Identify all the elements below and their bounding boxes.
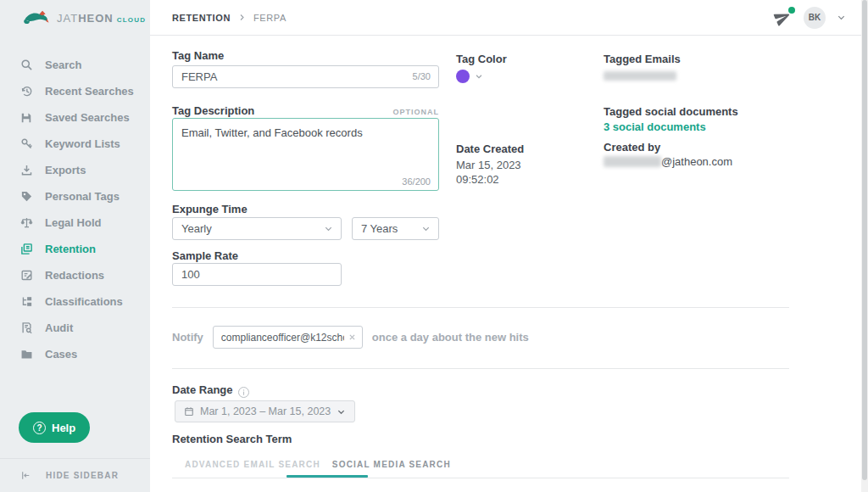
sidebar-item-cases[interactable]: Cases [0,341,150,367]
expunge-period-select[interactable]: Yearly [172,217,342,240]
sidebar-item-label: Keyword Lists [45,137,120,150]
sidebar-item-label: Audit [45,321,73,334]
created-by-row: @jatheon.com [604,155,732,168]
notification-dot [788,7,795,14]
breadcrumb-root[interactable]: RETENTION [172,13,231,23]
tagged-emails-label: Tagged Emails [604,53,681,65]
sidebar-item-recent-searches[interactable]: Recent Searches [0,78,150,104]
sidebar-item-saved-searches[interactable]: Saved Searches [0,104,150,131]
date-range-label-row: Date Range [172,382,249,398]
expunge-duration-select[interactable]: 7 Years [352,217,439,240]
chevron-down-icon [475,72,483,81]
section-divider [172,307,789,308]
hide-sidebar-label: HIDE SIDEBAR [46,471,119,480]
sidebar-item-exports[interactable]: Exports [0,157,150,183]
sidebar-item-label: Exports [45,164,86,176]
sidebar-item-label: Cases [45,348,77,361]
sidebar-item-keyword-lists[interactable]: Keyword Lists [0,131,150,157]
optional-badge: OPTIONAL [393,108,440,116]
chevron-down-icon [324,224,333,233]
tagged-emails-redacted-value [604,71,676,81]
history-icon [20,85,34,98]
search-icon [20,59,34,72]
sidebar-item-audit[interactable]: Audit [0,315,150,341]
redact-icon [20,269,34,282]
brand-logo[interactable]: JAT HEON CLOUD [0,0,150,36]
search-tabs: ADVANCED EMAIL SEARCH SOCIAL MEDIA SEARC… [172,460,451,469]
tag-name-input[interactable] [172,65,439,88]
stack-icon [20,243,34,256]
sample-rate-label: Sample Rate [172,249,238,262]
sidebar-item-label: Personal Tags [45,190,120,203]
hide-sidebar-button[interactable]: HIDE SIDEBAR [0,458,150,492]
folder-icon [20,348,34,361]
notify-email-chip[interactable]: complianceofficer@k12school.c [213,326,363,349]
sidebar-item-search[interactable]: Search [0,52,150,78]
sidebar-item-classifications[interactable]: Classifications [0,288,150,315]
sample-rate-input[interactable] [172,263,342,286]
brand-text-cloud: CLOUD [117,16,146,24]
send-notifications-icon[interactable] [774,8,793,27]
sidebar-item-label: Retention [45,243,96,255]
section-divider [172,368,789,369]
sidebar-item-redactions[interactable]: Redactions [0,262,150,288]
question-mark-icon: ? [33,422,46,434]
tag-description-textarea[interactable]: Email, Twitter, and Facebook records [172,118,439,191]
remove-email-icon[interactable] [348,333,356,341]
tag-name-label: Tag Name [172,49,224,62]
tree-icon [20,295,34,309]
date-created-date: Mar 15, 2023 [456,158,521,172]
topbar-actions: BK [774,7,846,29]
retention-tag-form: Tag Name 5/30 Tag Description OPTIONAL E… [150,36,861,492]
sidebar-item-label: Saved Searches [45,111,130,124]
date-created-label: Date Created [456,143,524,155]
tag-icon [20,190,34,204]
tabs-bottom-border [172,478,789,478]
notify-email-value: complianceofficer@k12school.c [221,332,344,344]
vertical-scrollbar[interactable] [861,0,868,492]
expunge-time-label: Expunge Time [172,203,248,215]
chevron-right-icon [238,14,246,21]
download-icon [20,164,34,177]
brand-text-heon: HEON [78,12,114,25]
date-range-picker[interactable]: Mar 1, 2023 – Mar 15, 2023 [175,400,355,422]
sidebar-item-legal-hold[interactable]: Legal Hold [0,210,150,236]
tag-color-label: Tag Color [456,53,507,65]
save-icon [20,111,34,125]
sidebar-item-personal-tags[interactable]: Personal Tags [0,183,150,210]
avatar[interactable]: BK [804,7,826,29]
brand-wordmark: JAT HEON CLOUD [57,12,146,25]
tag-color-picker[interactable] [456,70,483,83]
notify-row: Notify complianceofficer@k12school.c onc… [172,326,529,349]
sidebar-nav: Search Recent Searches Saved Searches Ke… [0,52,150,367]
chevron-down-icon [421,224,431,233]
help-button[interactable]: ? Help [19,412,90,443]
tab-advanced-email-search[interactable]: ADVANCED EMAIL SEARCH [185,460,320,469]
date-created-time: 09:52:02 [456,172,499,187]
expunge-period-value: Yearly [181,222,212,235]
calendar-icon [184,406,194,417]
social-documents-link[interactable]: 3 social documents [604,120,706,133]
sidebar-item-retention[interactable]: Retention [0,236,150,262]
sample-rate-field-wrap [172,263,342,286]
created-by-label: Created by [604,141,660,154]
info-icon[interactable] [238,387,249,398]
created-by-domain: @jatheon.com [661,155,732,168]
scrollbar-thumb[interactable] [862,0,867,480]
topbar: RETENTION FERPA BK [150,0,861,36]
key-icon [20,137,34,151]
created-by-redacted-name [604,156,661,167]
fox-logo-icon [22,8,51,27]
tag-description-label: Tag Description [172,104,254,117]
date-range-label: Date Range [172,383,233,396]
notify-frequency-text: once a day about the new hits [372,331,529,344]
sidebar-item-label: Redactions [45,269,104,282]
sidebar-item-label: Recent Searches [45,85,134,98]
retention-search-term-label: Retention Search Term [172,433,292,445]
sidebar: JAT HEON CLOUD Search Recent Searches [0,0,150,492]
chevron-down-icon [337,407,346,417]
collapse-left-icon [20,470,31,481]
chevron-down-icon[interactable] [837,13,846,22]
expunge-duration-value: 7 Years [361,222,398,235]
tab-social-media-search[interactable]: SOCIAL MEDIA SEARCH [332,460,451,469]
